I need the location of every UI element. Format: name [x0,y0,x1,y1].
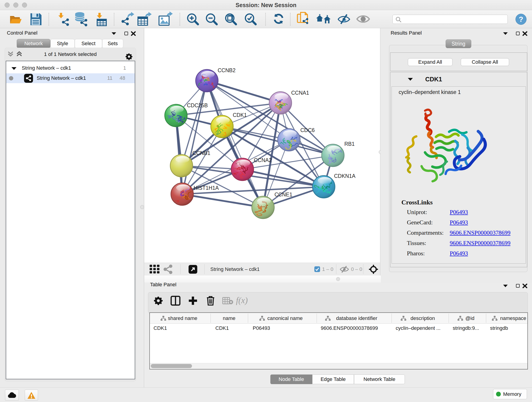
svg-text:CDK1: CDK1 [233,112,247,118]
svg-text:CCNB2: CCNB2 [218,67,235,73]
svg-text:CCNA2: CCNA2 [254,157,272,163]
svg-text:CDC25B: CDC25B [187,102,208,108]
svg-text:HIST1H1A: HIST1H1A [194,185,219,191]
svg-text:RB1: RB1 [344,141,355,147]
svg-text:CDKN1A: CDKN1A [334,173,355,179]
svg-text:CCNB1: CCNB1 [192,150,210,156]
svg-text:CCNA1: CCNA1 [291,90,309,96]
svg-text:CDC6: CDC6 [300,127,315,133]
svg-text:CCNE1: CCNE1 [274,191,292,198]
